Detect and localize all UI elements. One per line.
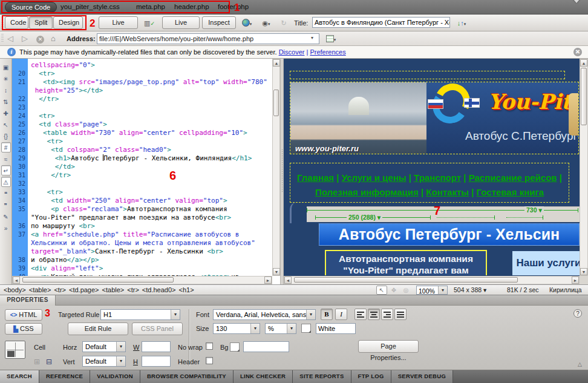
expand-all-icon[interactable]: ✚ [1, 108, 11, 118]
css-mode-button[interactable]: ▙CSS [5, 323, 42, 335]
code-line[interactable]: 32 [12, 180, 272, 188]
code-editor[interactable]: cellspacing="0">20 <tr>21 <td><img src="… [12, 61, 272, 276]
magnification-dropdown[interactable]: 100%▾ [416, 286, 448, 295]
code-line[interactable]: target="_blank">Санкт-Петербург - Хельси… [12, 247, 272, 256]
bold-button[interactable]: B [321, 309, 333, 320]
highlight-invalid-code-icon[interactable]: ≈ [1, 154, 11, 164]
tag-selector-item[interactable]: <tr> [54, 286, 66, 293]
font-dropdown[interactable]: Verdana, Arial, Helvetica, sans-serif▾ [213, 309, 316, 320]
recent-snippets-icon[interactable]: ✎ [1, 211, 11, 221]
filter-icon[interactable] [572, 3, 582, 11]
select-tool-icon[interactable]: ↖ [376, 286, 387, 295]
code-line[interactable]: 34 <td width="250" align="center" valign… [12, 197, 272, 205]
code-line[interactable]: 26 <table width="730" align="center" cel… [12, 129, 272, 137]
size-unit-dropdown[interactable]: %▾ [265, 323, 296, 334]
reclama-cell[interactable]: Автотранспортная компания "You-Piter" пр… [325, 250, 487, 275]
code-line[interactable]: 35 <p class="reclama">Автотранспортная к… [12, 205, 272, 214]
syntax-error-alerts-icon[interactable]: ⚠ [1, 177, 11, 187]
panel-collapse-icon[interactable]: △ [578, 361, 582, 367]
code-line[interactable]: 29 <h1>Автобус Петербург - Хельсинки, Фи… [12, 154, 272, 163]
back-icon[interactable]: ◁ [7, 34, 13, 43]
design-header-banner[interactable]: www.you-piter.ru You-Piter Автобус С.Пет… [290, 82, 579, 154]
code-line[interactable]: 23 [12, 103, 272, 112]
collapse-full-tag-icon[interactable]: ↕ [1, 85, 11, 95]
preview-in-browser-icon[interactable]: ▾ [240, 17, 254, 28]
zoom-tool-icon[interactable]: ◎ [400, 286, 411, 295]
wrap-lines-icon[interactable]: ↵ [1, 165, 11, 175]
design-nav-link[interactable]: Транспорт [414, 172, 461, 183]
code-line[interactable]: cellspacing="0"> [12, 61, 272, 70]
align-right-button[interactable] [381, 309, 393, 320]
design-nav-link[interactable]: Расписание рейсов [469, 172, 557, 183]
h-input[interactable] [142, 356, 171, 367]
design-nav-link[interactable]: Контакты [426, 187, 469, 197]
close-icon[interactable]: ✕ [573, 48, 582, 56]
panel-tab-ftp-log[interactable]: FTP LOG [351, 370, 391, 383]
code-line[interactable]: 31 </tr> [12, 171, 272, 180]
split-cell-icon[interactable]: ⊟ [46, 358, 52, 366]
code-line[interactable]: 21 <td><img src="images/page_top.png" al… [12, 78, 272, 87]
code-horizontal-scrollbar[interactable]: ◄ ► [12, 276, 272, 284]
align-center-button[interactable] [368, 309, 380, 320]
remove-comment-icon[interactable]: ❞ [1, 200, 11, 210]
title-input[interactable]: Автобус в Финляндию (Санкт Петербург - Х… [312, 17, 450, 28]
header-checkbox[interactable] [206, 357, 213, 364]
design-vertical-scrollbar[interactable]: ▲ ▼ [580, 59, 588, 276]
horz-dropdown[interactable]: Default▾ [82, 341, 126, 352]
discover-link[interactable]: Discover [279, 48, 305, 56]
code-line[interactable]: 39<div align="left"> [12, 264, 272, 273]
preferences-link[interactable]: Preferences [310, 48, 345, 56]
code-line[interactable]: 25 <td class="page"> [12, 120, 272, 129]
services-cell[interactable]: Наши услуги [512, 251, 585, 275]
code-line[interactable]: 37<a href="schedule.php" title="Расписан… [12, 231, 272, 239]
file-get-put-icon[interactable]: ↓↑▾ [452, 17, 471, 28]
panel-tab-browser-compatibility[interactable]: BROWSER COMPATIBILITY [140, 370, 234, 383]
w-input[interactable] [142, 341, 171, 352]
text-color-swatch[interactable] [301, 324, 311, 333]
code-line[interactable]: 27 <tr> [12, 137, 272, 146]
tag-selector-item[interactable]: <table> [29, 286, 51, 293]
show-code-navigator-icon[interactable]: ✳ [1, 73, 11, 83]
line-numbers-icon[interactable]: # [1, 142, 11, 152]
table-width-menu-730[interactable]: 730 ▾ [524, 206, 544, 214]
code-line[interactable]: Хельсинки и обратно. Цены и места отправ… [12, 239, 272, 247]
address-input[interactable]: file:///E|/WebServers/home/you-piter/www… [97, 33, 319, 44]
page-properties-button[interactable]: Page Properties... [358, 340, 419, 353]
hand-tool-icon[interactable]: ✥ [388, 286, 399, 295]
balance-braces-icon[interactable]: {} [1, 131, 11, 141]
check-browser-compatibility-icon[interactable]: ▥✓ [142, 17, 157, 28]
design-page-heading[interactable]: Автобус Петербург - Хельсин [319, 223, 580, 246]
code-line[interactable]: 22 </tr> [12, 95, 272, 103]
tag-selector-item[interactable]: <table> [102, 286, 125, 293]
open-documents-icon[interactable]: ▣ [1, 62, 11, 72]
align-justify-button[interactable] [394, 309, 407, 320]
help-icon[interactable]: ? [573, 309, 582, 318]
collapse-selection-icon[interactable]: ⇅ [1, 96, 11, 106]
stop-icon[interactable]: ✕ [36, 34, 44, 44]
column-width-menu-250[interactable]: 250 (288) ▾ [347, 214, 382, 221]
bg-color-swatch[interactable] [230, 342, 240, 352]
align-left-button[interactable] [354, 309, 367, 320]
no-wrap-checkbox[interactable] [206, 342, 213, 350]
move-or-convert-css-icon[interactable]: » [1, 223, 11, 233]
tag-selector-item[interactable]: <tr> [127, 286, 139, 293]
properties-panel-tab[interactable]: PROPERTIES [0, 295, 56, 306]
text-color-input[interactable]: White [316, 323, 356, 334]
live-view-button[interactable]: Live View [162, 16, 200, 29]
inspect-button[interactable]: Inspect [202, 16, 236, 29]
code-line[interactable]: 30 </td> [12, 163, 272, 171]
italic-button[interactable]: I [335, 309, 347, 320]
panel-tab-link-checker[interactable]: LINK CHECKER [234, 370, 293, 383]
window-size-menu[interactable]: 504 x 388 ▾ [454, 286, 486, 295]
tag-selector-item[interactable]: <td.head0> [142, 286, 176, 293]
panel-tab-validation[interactable]: VALIDATION [90, 370, 140, 383]
file-list-icon[interactable]: ▾ [324, 33, 338, 44]
size-dropdown[interactable]: 130▾ [213, 323, 260, 334]
code-line[interactable]: height="25"></td> [12, 87, 272, 95]
address-bar-grip[interactable] [1, 34, 4, 43]
code-line[interactable]: 24 <tr> [12, 112, 272, 120]
design-nav-link[interactable]: Услуги и цены [342, 172, 407, 183]
design-nav-link[interactable]: Главная [297, 172, 334, 183]
edit-rule-button[interactable]: Edit Rule [68, 322, 128, 335]
tag-selector-item[interactable]: <body> [4, 286, 26, 293]
